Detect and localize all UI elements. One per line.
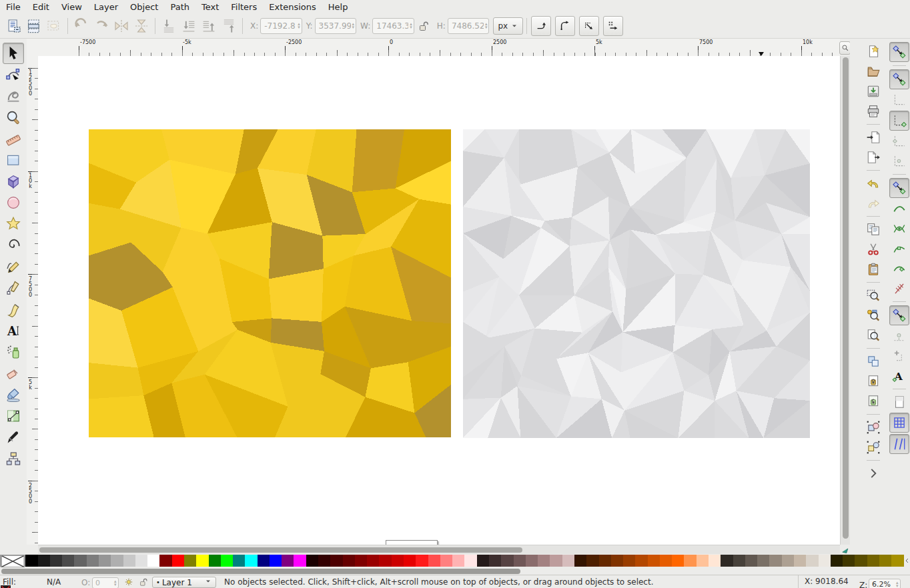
tool-gradient[interactable] [3,405,24,427]
spinner-arrows-icon[interactable]: ▴▾ [114,580,117,587]
raise-to-top-button[interactable] [219,16,239,36]
snap-enable-button[interactable] [889,42,909,62]
palette-swatch[interactable] [855,555,867,567]
palette-swatch[interactable] [757,555,769,567]
document-open-button[interactable] [864,62,883,81]
create-clone-button[interactable] [864,372,883,391]
edit-redo-button[interactable] [864,194,883,213]
palette-swatch[interactable] [684,555,696,567]
canvas[interactable] [38,56,840,545]
tool-star[interactable] [3,213,24,235]
palette-swatch[interactable] [891,555,903,567]
horizontal-scrollbar[interactable] [38,545,840,554]
palette-swatch[interactable] [672,555,684,567]
x-coordinate-field[interactable]: -7192.8 ▴▾ [260,18,302,34]
palette-swatch[interactable] [159,555,171,567]
lower-one-step-button[interactable] [179,16,199,36]
palette-swatch[interactable] [648,555,660,567]
snap-cusp-nodes-button[interactable] [890,239,909,258]
palette-swatch[interactable] [355,555,367,567]
tool-measure[interactable] [3,128,24,149]
snap-rotation-centers-button[interactable] [890,347,909,365]
palette-swatch[interactable] [258,555,270,567]
deselect-button[interactable] [44,16,64,36]
palette-swatch[interactable] [135,555,147,567]
palette-swatch[interactable] [514,555,526,567]
snap-smooth-nodes-button[interactable] [890,259,909,278]
palette-swatch[interactable] [233,555,245,567]
palette-swatch[interactable] [526,555,538,567]
unit-selector[interactable]: px [493,17,523,35]
palette-swatch[interactable] [538,555,550,567]
horizontal-scrollbar-thumb[interactable] [39,547,522,553]
palette-swatch[interactable] [428,555,440,567]
palette-scroll-arrow[interactable] [904,555,910,567]
palette-swatch[interactable] [306,555,318,567]
palette-swatch-none[interactable] [0,555,25,567]
h-coordinate-field[interactable]: 7486.52 ▴▾ [448,18,490,34]
palette-swatch[interactable] [501,555,513,567]
menu-edit[interactable]: Edit [27,1,55,13]
snap-grids-button[interactable] [889,413,909,433]
palette-swatch[interactable] [745,555,757,567]
palette-swatch[interactable] [25,555,37,567]
snap-bbox-centers-button[interactable] [890,152,909,171]
palette-swatch[interactable] [782,555,794,567]
spinner-arrows-icon[interactable]: ▴▾ [298,23,300,29]
menu-layer[interactable]: Layer [88,1,124,13]
snap-object-centers-button[interactable] [890,327,909,345]
lowpoly-image-gray[interactable] [463,129,810,438]
palette-swatch[interactable] [489,555,501,567]
palette-swatch[interactable] [794,555,806,567]
toolbar-overflow-button[interactable] [864,464,883,483]
snap-guides-button[interactable] [889,434,909,454]
palette-swatch[interactable] [611,555,623,567]
tool-spiral[interactable] [3,235,24,256]
snap-page-border-button[interactable] [890,393,909,411]
tool-paint-bucket[interactable] [3,384,24,405]
tool-selector[interactable] [3,43,24,64]
edit-paste-button[interactable] [864,260,883,279]
palette-swatch[interactable] [367,555,379,567]
palette-swatch[interactable] [38,555,50,567]
horizontal-ruler[interactable]: -7500-5k-2500025005k750010k [38,39,840,56]
flip-vertical-button[interactable] [131,16,151,36]
palette-swatch[interactable] [123,555,135,567]
document-new-button[interactable] [864,42,883,61]
palette-swatch[interactable] [721,555,733,567]
document-save-button[interactable] [864,82,883,101]
spinner-arrows-icon[interactable]: ▴▾ [352,23,355,29]
tool-node-editor[interactable] [3,64,24,85]
tool-bezier-pen[interactable] [3,277,24,299]
tool-pencil[interactable] [3,256,24,277]
vertical-scrollbar[interactable] [840,56,850,545]
menu-filters[interactable]: Filters [225,1,263,13]
palette-scrollbar[interactable] [0,569,910,575]
spinner-arrows-icon[interactable]: ▴▾ [896,581,899,588]
color-managed-display-toggle[interactable] [840,545,850,554]
palette-swatch[interactable] [819,555,831,567]
snap-line-midpoints-button[interactable] [890,279,909,298]
tool-zoom[interactable] [3,107,24,128]
lowpoly-image-yellow[interactable] [89,129,451,437]
tool-box-3d[interactable] [3,171,24,192]
palette-swatch[interactable] [172,555,184,567]
tool-spray[interactable] [3,341,24,363]
spinner-arrows-icon[interactable]: ▴▾ [410,23,412,29]
menu-object[interactable]: Object [124,1,164,13]
zoom-page-button[interactable] [864,326,883,345]
palette-swatch[interactable] [733,555,745,567]
palette-swatch[interactable] [221,555,233,567]
palette-swatch[interactable] [879,555,891,567]
palette-swatch[interactable] [196,555,208,567]
palette-swatch[interactable] [294,555,306,567]
palette-swatch[interactable] [270,555,282,567]
palette-swatch[interactable] [404,555,416,567]
palette-swatch[interactable] [245,555,257,567]
tool-dropper[interactable] [3,427,24,448]
menu-extensions[interactable]: Extensions [263,1,322,13]
snap-to-paths-button[interactable] [890,199,909,218]
tool-eraser[interactable] [3,363,24,384]
vertical-scrollbar-thumb[interactable] [843,57,849,539]
palette-swatch[interactable] [562,555,574,567]
